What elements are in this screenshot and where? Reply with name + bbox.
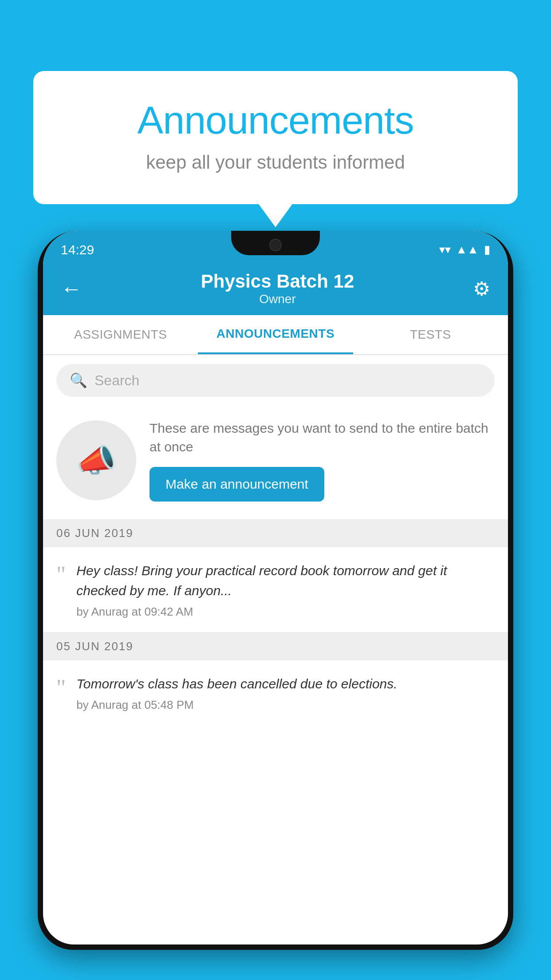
date-separator-2: 05 JUN 2019 bbox=[43, 632, 508, 660]
tabs-container: ASSIGNMENTS ANNOUNCEMENTS TESTS bbox=[43, 315, 508, 355]
make-announcement-button[interactable]: Make an announcement bbox=[150, 467, 324, 502]
search-container: 🔍 Search bbox=[43, 355, 508, 406]
announcement-text-2: Tomorrow's class has been cancelled due … bbox=[76, 674, 495, 694]
speech-bubble-subtitle: keep all your students informed bbox=[69, 152, 482, 173]
tab-tests[interactable]: TESTS bbox=[353, 315, 508, 354]
announcement-content-2: Tomorrow's class has been cancelled due … bbox=[76, 674, 495, 712]
promo-icon-circle: 📣 bbox=[56, 420, 136, 500]
phone-screen: 14:29 ▾▾ ▲▲ ▮ ← Physics Batch 12 Owner ⚙… bbox=[43, 231, 508, 944]
battery-icon: ▮ bbox=[484, 243, 490, 257]
speech-bubble: Announcements keep all your students inf… bbox=[33, 71, 518, 204]
tab-announcements[interactable]: ANNOUNCEMENTS bbox=[198, 315, 353, 354]
header-title: Physics Batch 12 bbox=[201, 271, 354, 292]
announcement-item-1[interactable]: " Hey class! Bring your practical record… bbox=[43, 547, 508, 632]
header-subtitle: Owner bbox=[201, 292, 354, 306]
status-icons: ▾▾ ▲▲ ▮ bbox=[439, 243, 490, 257]
announcement-meta-2: by Anurag at 05:48 PM bbox=[76, 698, 495, 712]
signal-icon: ▲▲ bbox=[456, 243, 479, 257]
phone-camera bbox=[269, 239, 282, 251]
back-button[interactable]: ← bbox=[61, 277, 82, 301]
promo-description: These are messages you want to send to t… bbox=[150, 419, 495, 456]
announcement-item-2[interactable]: " Tomorrow's class has been cancelled du… bbox=[43, 660, 508, 725]
search-placeholder: Search bbox=[94, 372, 139, 389]
announcement-text-1: Hey class! Bring your practical record b… bbox=[76, 561, 495, 601]
app-header: ← Physics Batch 12 Owner ⚙ bbox=[43, 262, 508, 315]
quote-icon-2: " bbox=[56, 676, 66, 699]
settings-icon[interactable]: ⚙ bbox=[473, 277, 490, 300]
phone-frame: 14:29 ▾▾ ▲▲ ▮ ← Physics Batch 12 Owner ⚙… bbox=[38, 231, 513, 950]
tab-assignments[interactable]: ASSIGNMENTS bbox=[43, 315, 198, 354]
announcement-meta-1: by Anurag at 09:42 AM bbox=[76, 605, 495, 619]
promo-card: 📣 These are messages you want to send to… bbox=[43, 406, 508, 519]
status-time: 14:29 bbox=[61, 242, 94, 257]
promo-content: These are messages you want to send to t… bbox=[150, 419, 495, 502]
search-icon: 🔍 bbox=[70, 372, 87, 389]
announcement-content-1: Hey class! Bring your practical record b… bbox=[76, 561, 495, 619]
date-separator-1: 06 JUN 2019 bbox=[43, 519, 508, 547]
search-bar[interactable]: 🔍 Search bbox=[56, 364, 495, 397]
header-title-container: Physics Batch 12 Owner bbox=[201, 271, 354, 306]
quote-icon-1: " bbox=[56, 563, 66, 586]
megaphone-icon: 📣 bbox=[76, 442, 116, 479]
speech-bubble-container: Announcements keep all your students inf… bbox=[33, 71, 518, 204]
speech-bubble-title: Announcements bbox=[69, 98, 482, 143]
phone-notch bbox=[231, 231, 320, 255]
phone-container: 14:29 ▾▾ ▲▲ ▮ ← Physics Batch 12 Owner ⚙… bbox=[38, 231, 513, 980]
wifi-icon: ▾▾ bbox=[439, 243, 451, 257]
